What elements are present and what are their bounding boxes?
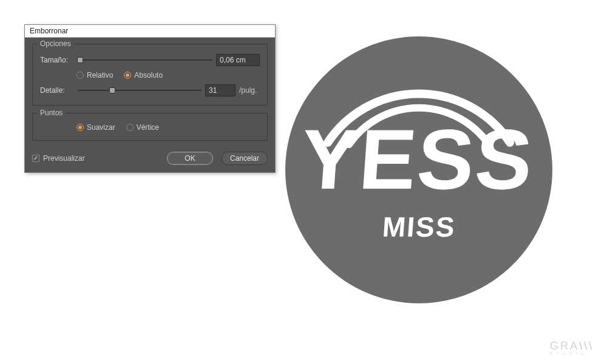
size-slider[interactable]	[78, 55, 212, 65]
size-slider-thumb[interactable]	[77, 57, 83, 63]
corner-label: Vértice	[137, 123, 159, 132]
points-radios: Suavizar Vértice	[76, 123, 260, 132]
dialog-body: Opciones Tamaño: 0,06 cm Relativo Absolu…	[25, 38, 275, 172]
watermark: GRA\\\ STUDIO	[550, 340, 594, 356]
detail-row: Detalle: 31 /pulg.	[40, 84, 260, 96]
badge-circle: YESS MISS	[285, 36, 552, 303]
checkbox-icon: ✓	[32, 155, 39, 162]
detail-slider-thumb[interactable]	[109, 87, 115, 93]
relative-radio[interactable]: Relativo	[76, 71, 113, 79]
watermark-main: GRA	[550, 340, 579, 352]
roughen-dialog: Emborronar Opciones Tamaño: 0,06 cm Rela…	[24, 24, 276, 173]
detail-label: Detalle:	[40, 86, 74, 95]
radio-icon	[76, 124, 84, 131]
size-row: Tamaño: 0,06 cm	[40, 54, 260, 66]
points-group: Puntos Suavizar Vértice	[32, 113, 268, 141]
detail-unit: /pulg.	[239, 86, 260, 95]
detail-slider[interactable]	[78, 86, 202, 95]
preview-checkbox[interactable]: ✓ Previsualizar	[32, 154, 85, 163]
dialog-title: Emborronar	[25, 25, 275, 38]
radio-icon	[124, 72, 131, 79]
radio-icon	[126, 124, 134, 131]
relative-label: Relativo	[87, 71, 113, 79]
size-mode-radios: Relativo Absoluto	[76, 71, 260, 79]
logo-badge: YESS MISS	[285, 36, 552, 303]
absolute-radio[interactable]: Absoluto	[124, 71, 163, 79]
watermark-sub: STUDIO	[550, 351, 594, 356]
smooth-label: Suavizar	[87, 123, 115, 132]
points-legend: Puntos	[38, 109, 65, 117]
ok-button[interactable]: OK	[167, 152, 213, 165]
options-group: Opciones Tamaño: 0,06 cm Relativo Absolu…	[32, 44, 268, 106]
badge-main-text: YESS	[299, 117, 536, 202]
smooth-radio[interactable]: Suavizar	[76, 123, 115, 132]
absolute-label: Absoluto	[134, 71, 163, 79]
size-label: Tamaño:	[40, 56, 74, 64]
dialog-footer: ✓ Previsualizar OK Cancelar	[32, 148, 268, 165]
badge-sub-text: MISS	[381, 213, 456, 241]
cancel-button[interactable]: Cancelar	[222, 152, 268, 165]
options-legend: Opciones	[38, 39, 73, 48]
corner-radio[interactable]: Vértice	[126, 123, 159, 132]
radio-icon	[76, 72, 84, 79]
size-input[interactable]: 0,06 cm	[216, 54, 260, 66]
detail-input[interactable]: 31	[205, 84, 236, 96]
preview-label: Previsualizar	[43, 154, 85, 163]
